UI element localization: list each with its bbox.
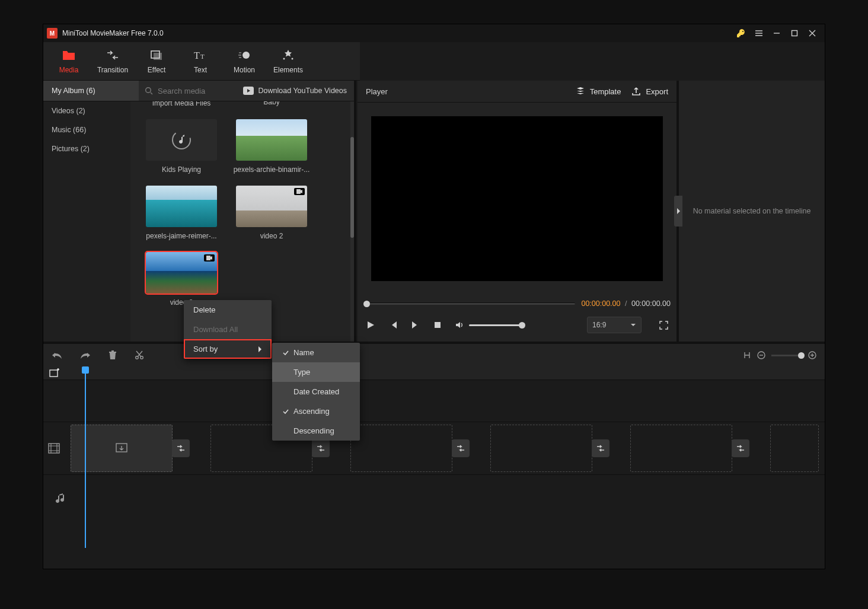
time-separator: / (625, 299, 627, 308)
media-card[interactable]: Baby (230, 105, 313, 107)
sidebar-item-myalbum[interactable]: My Album (6) (43, 81, 139, 101)
hamburger-menu-icon[interactable] (750, 24, 768, 42)
svg-rect-19 (49, 444, 59, 453)
music-track[interactable] (43, 474, 825, 522)
media-card[interactable]: video 2 (230, 186, 313, 240)
cut-button[interactable] (135, 350, 144, 360)
sidebar-item-music[interactable]: Music (66) (43, 120, 130, 139)
media-card-import[interactable]: Import Media Files (140, 105, 223, 107)
stop-button[interactable] (433, 321, 442, 329)
volume-icon (455, 320, 464, 330)
template-button[interactable]: Template (576, 87, 621, 96)
play-button[interactable] (366, 320, 375, 330)
preview-screen[interactable] (371, 116, 663, 281)
elements-icon (282, 49, 295, 62)
media-thumb (146, 186, 217, 227)
delete-button[interactable] (108, 350, 117, 360)
tab-motion[interactable]: Motion (222, 42, 266, 80)
sidebar-item-videos[interactable]: Videos (2) (43, 101, 130, 120)
time-total: 00:00:00.00 (631, 299, 671, 308)
sort-descending[interactable]: Descending (272, 421, 360, 441)
media-card[interactable]: pexels-archie-binamir-... (230, 119, 313, 174)
search-input[interactable]: Search media (139, 87, 236, 95)
clip-drop-slot[interactable] (490, 425, 592, 472)
clip-drop-slot[interactable] (350, 425, 452, 472)
tab-transition[interactable]: Transition (91, 42, 135, 80)
preview-area (358, 103, 676, 294)
transition-slot[interactable] (732, 439, 749, 457)
media-thumb (146, 119, 217, 161)
transition-slot[interactable] (592, 439, 609, 457)
panel-collapse-button[interactable] (674, 196, 682, 227)
zoom-in-button[interactable] (808, 351, 816, 359)
titlebar: M MiniTool MovieMaker Free 7.0.0 (43, 24, 825, 42)
svg-rect-11 (296, 189, 301, 194)
fullscreen-button[interactable] (659, 321, 668, 330)
media-card[interactable]: pexels-jaime-reimer-... (140, 186, 223, 240)
check-icon (283, 409, 289, 414)
library-scrollbar[interactable] (350, 101, 354, 342)
sort-name[interactable]: Name (272, 343, 360, 362)
text-icon: TT (194, 49, 207, 62)
youtube-icon (243, 87, 254, 95)
minimize-button[interactable] (768, 24, 786, 42)
aspect-ratio-select[interactable]: 16:9 (587, 317, 642, 333)
close-button[interactable] (803, 24, 821, 42)
scrub-bar[interactable]: 00:00:00.00 / 00:00:00.00 (361, 294, 673, 313)
transition-slot[interactable] (172, 439, 190, 457)
video-track[interactable] (43, 422, 825, 474)
license-key-icon[interactable] (732, 24, 750, 42)
sidebar-item-pictures[interactable]: Pictures (2) (43, 139, 130, 158)
media-card-label: Baby (263, 101, 279, 106)
sort-submenu: Name Type Date Created Ascending Descend… (272, 343, 360, 441)
clip-drop-slot[interactable] (770, 425, 819, 472)
tab-media[interactable]: Media (47, 42, 91, 80)
undo-button[interactable] (52, 351, 62, 359)
media-thumb (236, 186, 307, 227)
svg-point-15 (141, 356, 143, 359)
svg-point-7 (292, 58, 293, 59)
volume-slider[interactable] (469, 324, 522, 326)
sort-type[interactable]: Type (272, 362, 360, 382)
media-card-label: video 2 (260, 232, 283, 240)
app-logo-icon: M (47, 28, 58, 39)
chevron-down-icon (630, 323, 636, 327)
tab-elements[interactable]: Elements (266, 42, 310, 80)
volume-control[interactable] (455, 320, 522, 330)
zoom-out-button[interactable] (757, 351, 765, 359)
media-card[interactable]: Kids Playing (140, 119, 223, 174)
chevron-right-icon (257, 346, 262, 352)
playhead[interactable] (85, 366, 86, 548)
tab-label: Elements (273, 66, 303, 74)
tab-text[interactable]: TT Text (178, 42, 222, 80)
time-current: 00:00:00.00 (581, 299, 620, 308)
next-frame-button[interactable] (411, 320, 420, 330)
chevron-right-icon (676, 208, 681, 214)
transition-slot[interactable] (452, 439, 470, 457)
menu-item-delete[interactable]: Delete (184, 300, 272, 320)
player-panel: Player Template Export 00:00:00.00 / 00:… (358, 81, 679, 342)
add-track-button[interactable] (49, 368, 60, 378)
sort-date-created[interactable]: Date Created (272, 382, 360, 401)
fit-zoom-button[interactable] (743, 351, 751, 359)
tab-effect[interactable]: Effect (135, 42, 178, 80)
menu-item-sort-by[interactable]: Sort by (184, 339, 272, 359)
zoom-slider[interactable] (771, 355, 802, 356)
media-card-selected[interactable]: video 3 (140, 252, 223, 307)
export-button[interactable]: Export (631, 87, 668, 96)
maximize-button[interactable] (786, 24, 803, 42)
svg-rect-12 (206, 256, 210, 260)
scrub-track[interactable] (363, 302, 575, 305)
transition-icon (106, 49, 120, 62)
redo-button[interactable] (80, 351, 91, 359)
prev-frame-button[interactable] (388, 320, 398, 330)
window-title: MiniTool MovieMaker Free 7.0.0 (62, 29, 164, 37)
search-icon (145, 87, 153, 95)
transition-slot[interactable] (312, 439, 330, 457)
clip-drop-slot[interactable] (630, 425, 732, 472)
download-youtube-button[interactable]: Download YouTube Videos (236, 87, 354, 95)
inspector-panel: No material selected on the timeline (679, 81, 825, 342)
folder-icon (62, 49, 76, 62)
media-card-label: Import Media Files (152, 101, 211, 107)
sort-ascending[interactable]: Ascending (272, 401, 360, 421)
